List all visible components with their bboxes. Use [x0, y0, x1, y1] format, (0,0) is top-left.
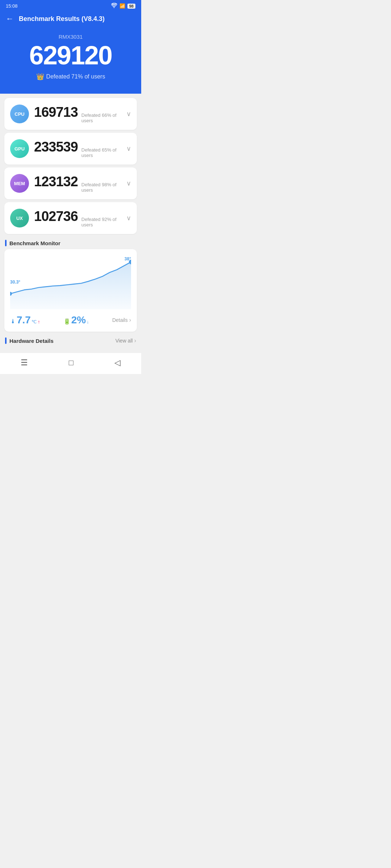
gpu-score-card[interactable]: GPU 233539 Defeated 65% of users ∨	[4, 133, 137, 165]
monitor-section-header: Benchmark Monitor	[0, 234, 141, 249]
hardware-section-header: Hardware Details View all ›	[0, 332, 141, 347]
status-bar: 15:08 📶 98	[0, 0, 141, 11]
mem-score: 123132	[34, 174, 78, 190]
monitor-stats: 🌡 7.7 ℃ ↑ 🔋 2% ↓ Details ›	[10, 314, 131, 326]
mem-badge: MEM	[10, 174, 29, 193]
back-nav-icon[interactable]: ◁	[114, 358, 121, 367]
cpu-score: 169713	[34, 105, 78, 120]
bottom-nav: ☰ □ ◁	[0, 353, 141, 374]
details-label: Details	[112, 317, 128, 323]
signal-icon: 📶	[119, 3, 125, 9]
device-name: RMX3031	[6, 34, 135, 40]
cpu-defeated: Defeated 66% of users	[81, 112, 121, 123]
total-score: 629120	[6, 41, 135, 70]
cpu-score-card[interactable]: CPU 169713 Defeated 66% of users ∨	[4, 98, 137, 130]
cpu-badge: CPU	[10, 105, 29, 123]
chart-temp-start: 30.3°	[10, 280, 20, 285]
ux-badge: UX	[10, 209, 29, 227]
mem-defeated: Defeated 98% of users	[81, 182, 121, 193]
details-chevron-icon: ›	[129, 317, 131, 323]
crown-icon: 👑	[36, 73, 44, 81]
score-cards: CPU 169713 Defeated 66% of users ∨ GPU 2…	[0, 94, 141, 234]
mem-score-card[interactable]: MEM 123132 Defeated 98% of users ∨	[4, 167, 137, 199]
monitor-section-title: Benchmark Monitor	[9, 240, 60, 246]
view-all-chevron-icon: ›	[134, 337, 136, 344]
battery-value: 2%	[71, 314, 86, 326]
temperature-chart: 30.3° 38°	[10, 255, 131, 309]
battery-stat: 🔋 2% ↓	[63, 314, 89, 326]
section-bar-icon	[5, 240, 7, 246]
temp-stat: 🌡 7.7 ℃ ↑	[10, 314, 40, 326]
cpu-chevron-icon: ∨	[126, 110, 131, 118]
chart-svg	[10, 255, 131, 309]
ux-score: 102736	[34, 209, 78, 224]
temp-unit: ℃	[31, 319, 37, 324]
thermometer-icon: 🌡	[10, 318, 16, 325]
view-all-label: View all	[115, 338, 133, 344]
temp-value: 7.7	[17, 314, 31, 326]
details-link[interactable]: Details ›	[112, 317, 131, 323]
hero-section: RMX3031 629120 👑 Defeated 71% of users	[0, 30, 141, 94]
gpu-badge: GPU	[10, 139, 29, 158]
gpu-chevron-icon: ∨	[126, 145, 131, 153]
battery-icon: 98	[127, 4, 135, 9]
temp-up-arrow-icon: ↑	[38, 319, 40, 324]
page-title: Benchmark Results (V8.4.3)	[19, 15, 105, 23]
back-button[interactable]: ←	[6, 15, 14, 23]
battery-stat-icon: 🔋	[63, 318, 71, 325]
hardware-section-bar-icon	[5, 337, 7, 344]
header: ← Benchmark Results (V8.4.3)	[0, 11, 141, 30]
hardware-section-title: Hardware Details	[9, 338, 54, 344]
monitor-card: 30.3° 38° 🌡 7.7 ℃ ↑ 🔋	[4, 249, 137, 332]
status-icons: 📶 98	[111, 3, 135, 9]
chart-temp-end: 38°	[125, 256, 131, 261]
view-all-link[interactable]: View all ›	[115, 337, 136, 344]
gpu-score: 233539	[34, 139, 78, 155]
status-time: 15:08	[6, 3, 18, 9]
ux-chevron-icon: ∨	[126, 214, 131, 222]
defeated-summary: 👑 Defeated 71% of users	[6, 73, 135, 81]
wifi-icon	[111, 3, 117, 9]
ux-score-card[interactable]: UX 102736 Defeated 92% of users ∨	[4, 202, 137, 234]
menu-icon[interactable]: ☰	[21, 358, 28, 367]
gpu-defeated: Defeated 65% of users	[81, 147, 121, 158]
home-icon[interactable]: □	[69, 358, 73, 367]
ux-defeated: Defeated 92% of users	[81, 217, 121, 227]
mem-chevron-icon: ∨	[126, 179, 131, 187]
battery-down-arrow-icon: ↓	[87, 319, 89, 324]
